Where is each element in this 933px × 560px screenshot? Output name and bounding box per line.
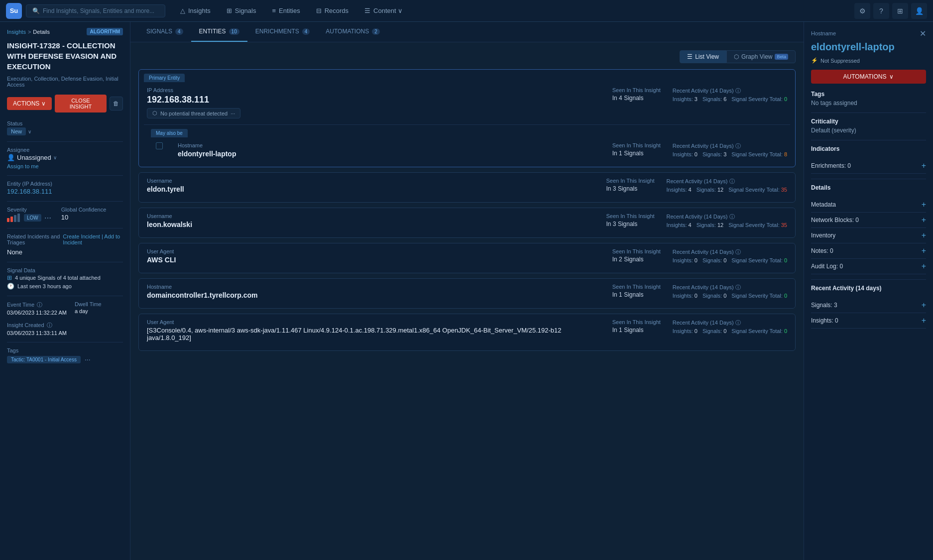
- entity-value[interactable]: 192.168.38.111: [7, 188, 123, 195]
- assign-to-me-link[interactable]: Assign to me: [7, 163, 123, 169]
- entity-value-dc1[interactable]: domaincontroller1.tyrellcorp.com: [147, 291, 602, 299]
- sub-entity-checkbox[interactable]: [156, 142, 163, 149]
- actions-chevron-icon: ∨: [41, 100, 46, 107]
- tactic-tag[interactable]: Tactic: TA0001 - Initial Access: [7, 356, 81, 363]
- entity-row-s3: User Agent [S3Console/0.4, aws-internal/…: [139, 314, 795, 350]
- insight-tags: Execution, Collection, Defense Evasion, …: [7, 76, 123, 88]
- insights-expand-button[interactable]: +: [922, 316, 926, 325]
- primary-entity-tag: Primary Entity: [144, 74, 185, 82]
- sev-bar-3: [14, 215, 16, 222]
- entity-row-dc1: Hostname domaincontroller1.tyrellcorp.co…: [139, 279, 795, 308]
- seen-stat-leon: Seen In This Insight In 3 Signals: [606, 213, 655, 227]
- user-avatar[interactable]: 👤: [911, 3, 927, 19]
- metadata-add-button[interactable]: +: [922, 200, 926, 209]
- list-view-icon: ☰: [687, 53, 693, 60]
- list-view-button[interactable]: ☰ List View: [680, 50, 726, 63]
- event-time-value: 03/06/2023 11:32:22 AM: [7, 310, 67, 316]
- sub-entity-value[interactable]: eldontyrell-laptop: [178, 150, 602, 158]
- signal-data-unique: 4 unique Signals of 4 total attached: [15, 275, 101, 281]
- rp-hostname[interactable]: eldontyrell-laptop: [811, 40, 926, 53]
- threat-more-icon[interactable]: ···: [231, 111, 235, 116]
- info-icon-2: ⓘ: [47, 322, 52, 328]
- signals-nav-icon: ⊞: [227, 7, 232, 14]
- rp-tags-header: Tags: [811, 91, 926, 98]
- primary-entity-value[interactable]: 192.168.38.111: [147, 95, 602, 105]
- help-button[interactable]: ?: [873, 3, 889, 19]
- tactic-more-icon[interactable]: ···: [85, 355, 91, 363]
- related-incidents-section: Related Incidents and Triages Create Inc…: [7, 233, 123, 256]
- activity-detail-s3: Insights: 0 Signals: 0 Signal Severity T…: [673, 328, 787, 334]
- entity-value-leon[interactable]: leon.kowalski: [147, 221, 596, 228]
- entity-main-leon: Username leon.kowalski: [147, 213, 596, 231]
- action-row: ACTIONS ∨ CLOSE INSIGHT 🗑: [7, 95, 123, 112]
- center-panel: SIGNALS 4 ENTITIES 10 ENRICHMENTS 4 AUTO…: [130, 22, 804, 560]
- dwell-time-section: Dwell Time a day: [75, 301, 102, 316]
- signals-badge: 4: [175, 28, 183, 35]
- tab-signals[interactable]: SIGNALS 4: [138, 22, 191, 42]
- notes-add-button[interactable]: +: [922, 246, 926, 255]
- records-nav-icon: ⊟: [316, 7, 322, 14]
- rp-network-blocks-row: Network Blocks: 0 +: [811, 213, 926, 228]
- inventory-add-button[interactable]: +: [922, 231, 926, 240]
- network-blocks-add-button[interactable]: +: [922, 216, 926, 224]
- automations-button[interactable]: AUTOMATIONS ∨: [811, 70, 926, 84]
- close-insight-button[interactable]: CLOSE INSIGHT: [55, 95, 106, 112]
- graph-view-button[interactable]: ⬡ Graph View Beta: [726, 50, 796, 63]
- audit-log-add-button[interactable]: +: [922, 262, 926, 271]
- sub-activity-stat: Recent Activity (14 Days) ⓘ Insights: 0 …: [673, 142, 787, 157]
- tags-label: Tags: [7, 347, 123, 353]
- assignee-chevron-icon[interactable]: ∨: [53, 155, 57, 160]
- status-value: New ∨: [7, 127, 123, 135]
- right-panel-close-button[interactable]: ✕: [920, 29, 926, 38]
- global-confidence-label: Global Confidence: [61, 207, 107, 213]
- threat-badge: ⬡ No potential threat detected ···: [147, 108, 240, 118]
- activity-stat-awscli: Recent Activity (14 Days) ⓘ Insights: 0 …: [673, 248, 787, 263]
- rp-recent-activity-header: Recent Activity (14 days): [811, 285, 926, 292]
- rp-tags-value: No tags assigned: [811, 100, 926, 107]
- entity-value-s3[interactable]: [S3Console/0.4, aws-internal/3 aws-sdk-j…: [147, 327, 602, 341]
- entity-section: Entity (IP Address) 192.168.38.111: [7, 181, 123, 195]
- severity-more-icon[interactable]: ⋯: [44, 214, 51, 222]
- tab-bar: SIGNALS 4 ENTITIES 10 ENRICHMENTS 4 AUTO…: [130, 22, 804, 42]
- breadcrumb-details: Details: [33, 29, 50, 35]
- tab-automations[interactable]: AUTOMATIONS 2: [318, 22, 387, 42]
- breadcrumb-insights[interactable]: Insights: [7, 29, 26, 35]
- activity-info-icon-4: ⓘ: [735, 249, 741, 255]
- rp-metadata-label: Metadata: [811, 201, 836, 208]
- create-incident-link[interactable]: Create Incident |: [63, 233, 103, 239]
- entity-card-dc1: Hostname domaincontroller1.tyrellcorp.co…: [138, 278, 796, 309]
- rp-notes-label: Notes: 0: [811, 247, 833, 254]
- beta-badge: Beta: [775, 54, 788, 60]
- global-search[interactable]: 🔍 Find Insights, Signals, Entities and m…: [26, 4, 165, 17]
- entity-value-awscli[interactable]: AWS CLI: [147, 256, 602, 264]
- entity-value-eldon[interactable]: eldon.tyrell: [147, 185, 596, 193]
- grid-button[interactable]: ⊞: [892, 3, 908, 19]
- tab-entities[interactable]: ENTITIES 10: [191, 22, 247, 42]
- actions-button[interactable]: ACTIONS ∨: [7, 97, 52, 110]
- nav-content[interactable]: ☰ Content ∨: [357, 4, 410, 17]
- rp-notes-row: Notes: 0 +: [811, 243, 926, 259]
- top-navigation: Su 🔍 Find Insights, Signals, Entities an…: [0, 0, 933, 22]
- delete-button[interactable]: 🗑: [110, 97, 123, 111]
- nav-signals[interactable]: ⊞ Signals: [220, 4, 263, 17]
- tab-enrichments[interactable]: ENRICHMENTS 4: [247, 22, 318, 42]
- entity-type-awscli: User Agent: [147, 248, 602, 254]
- enrichments-badge: 4: [302, 28, 310, 35]
- create-incident-links: Create Incident | Add to Incident: [63, 233, 123, 245]
- rp-audit-log-label: Audit Log: 0: [811, 263, 843, 270]
- primary-entity-type: IP Address: [147, 87, 602, 93]
- entity-row-awscli: User Agent AWS CLI Seen In This Insight …: [139, 243, 795, 273]
- divider-7: [7, 342, 123, 342]
- main-layout: Insights > Details ALGORITHM INSIGHT-173…: [0, 22, 933, 560]
- settings-button[interactable]: ⚙: [854, 3, 870, 19]
- may-also-tag: May also be: [151, 129, 188, 137]
- clock-icon: 🕐: [7, 283, 14, 290]
- nav-records[interactable]: ⊟ Records: [309, 4, 355, 17]
- enrichments-add-button[interactable]: +: [922, 161, 926, 170]
- nav-entities[interactable]: ≡ Entities: [265, 4, 307, 17]
- sub-entity-row: Hostname eldontyrell-laptop Seen In This…: [139, 137, 795, 167]
- nav-insights[interactable]: △ Insights: [173, 4, 218, 17]
- rp-section-title: Hostname: [811, 30, 836, 36]
- signals-expand-button[interactable]: +: [922, 301, 926, 310]
- status-chevron-icon[interactable]: ∨: [28, 129, 31, 134]
